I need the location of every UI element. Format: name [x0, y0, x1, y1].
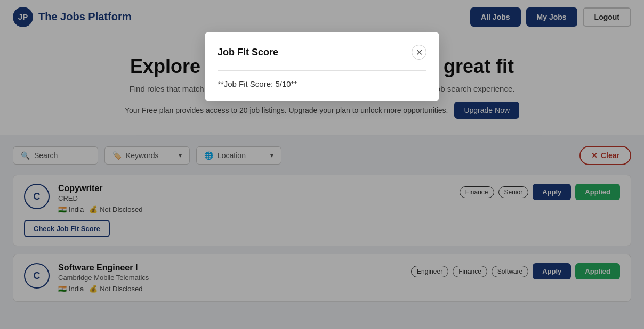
modal-title: Job Fit Score	[218, 47, 278, 58]
modal-overlay: Job Fit Score ✕ **Job Fit Score: 5/10**	[0, 0, 644, 329]
modal-body: **Job Fit Score: 5/10**	[218, 79, 426, 88]
modal-header: Job Fit Score ✕	[218, 45, 426, 60]
modal-close-button[interactable]: ✕	[412, 45, 426, 60]
job-fit-score-modal: Job Fit Score ✕ **Job Fit Score: 5/10**	[205, 32, 439, 101]
modal-divider	[218, 70, 426, 71]
close-icon: ✕	[416, 47, 423, 57]
job-fit-score-text: **Job Fit Score: 5/10**	[218, 79, 297, 88]
